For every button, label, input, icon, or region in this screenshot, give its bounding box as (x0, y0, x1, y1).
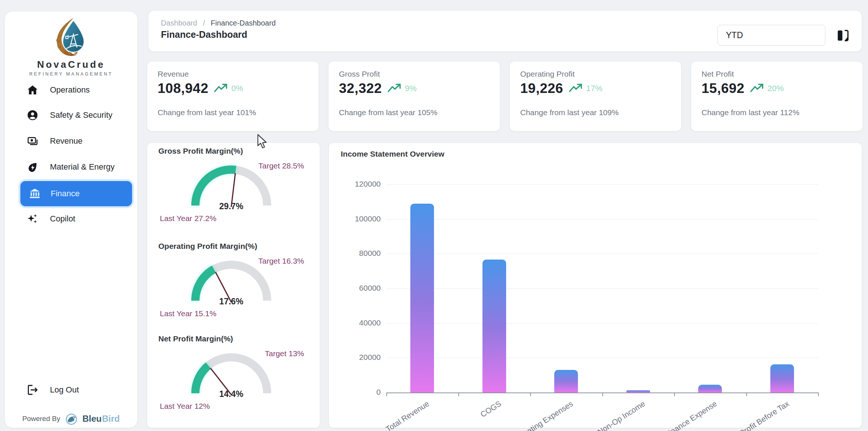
gauge-value: 29.7% (202, 201, 261, 211)
sidebar-item-safety-security[interactable]: Safety & Security (10, 103, 133, 127)
kpi-card-net-profit: Net Profit 15,692 20% Change from last y… (691, 61, 863, 131)
kpi-value: 108,942 (158, 81, 208, 96)
sidebar-item-label: Material & Energy (50, 162, 115, 172)
sidebar-item-label: Safety & Security (50, 110, 112, 120)
gauge-value: 14.4% (202, 389, 261, 399)
gridline (386, 219, 818, 220)
trending-up-icon (750, 83, 764, 94)
bar-total-revenue (410, 204, 434, 392)
brand-logo: NovaCrude REFINERY MANAGEMENT (5, 17, 137, 77)
sparkles-icon (26, 213, 39, 225)
kpi-value: 15,692 (702, 81, 744, 96)
kpi-trend-pct: 17% (586, 84, 602, 93)
user-circle-icon (26, 109, 39, 121)
y-axis-tick-label: 80000 (340, 249, 381, 258)
income-statement-card: Income Statement Overview 02000040000600… (329, 143, 862, 428)
gridline (386, 288, 818, 289)
sidebar-item-label: Copilot (50, 214, 75, 224)
header: Dashboard / Finance-Dashboard Finance-Da… (148, 10, 862, 52)
kpi-trend-pct: 20% (767, 84, 784, 93)
kpi-trend-pct: 0% (231, 84, 243, 93)
period-selector[interactable]: YTD (717, 25, 825, 46)
y-axis-tick-label: 120000 (340, 180, 381, 188)
kpi-value: 32,322 (339, 81, 382, 96)
bank-icon (28, 187, 41, 200)
brand-name: NovaCrude (5, 59, 137, 70)
sidebar-item-label: Operations (50, 85, 90, 95)
trending-up-icon (388, 83, 402, 94)
kpi-change-text: Change from last year 105% (339, 108, 437, 117)
kpi-label: Operating Profit (520, 70, 575, 78)
trending-up-icon (569, 83, 583, 94)
x-axis-tick (458, 392, 459, 396)
income-statement-bar-chart: 020000400006000080000100000120000Total R… (329, 143, 862, 428)
gridline (386, 184, 818, 185)
y-axis-tick-label: 100000 (340, 214, 381, 223)
flip-layout-icon (835, 28, 850, 43)
kpi-change-text: Change from last year 109% (520, 108, 619, 117)
gridline (386, 323, 818, 324)
x-axis-category-label: COGS (479, 399, 503, 419)
kpi-card-gross-profit: Gross Profit 32,322 9% Change from last … (328, 61, 500, 131)
mouse-cursor (257, 134, 268, 150)
sidebar-item-finance[interactable]: Finance (20, 181, 132, 206)
y-axis-tick-label: 20000 (340, 353, 381, 362)
sidebar: NovaCrude REFINERY MANAGEMENT Operations… (4, 11, 138, 428)
gridline (386, 358, 818, 358)
period-selector-value: YTD (726, 30, 743, 40)
x-axis-tick (602, 392, 603, 396)
kpi-value: 19,226 (520, 81, 563, 96)
sidebar-item-label: Revenue (50, 136, 83, 146)
gauge-last-year-label: Last Year 15.1% (160, 309, 216, 318)
trending-up-icon (214, 83, 228, 94)
banknote-icon (26, 135, 39, 147)
brand-tagline: REFINERY MANAGEMENT (5, 71, 137, 77)
logout-button[interactable]: Log Out (10, 378, 133, 402)
powered-by: Powered By Bleu Bird (5, 411, 137, 426)
x-axis-category-label: Net Profit Before Tax (726, 399, 791, 431)
gauge-gross-profit-margin: Gross Profit Margin(%) Target 28.5% 29.7… (147, 147, 320, 240)
x-axis-category-label: Finance Expense (663, 399, 719, 431)
x-axis-tick (746, 392, 747, 396)
sidebar-item-revenue[interactable]: Revenue (10, 129, 133, 153)
gauge-net-profit-margin: Net Profit Margin(%) Target 13% 14.4% La… (147, 334, 320, 428)
kpi-label: Gross Profit (339, 70, 380, 78)
page-title: Finance-Dashboard (161, 29, 247, 40)
bar-non-op-income (626, 390, 650, 392)
x-axis-category-label: Non-Op Income (596, 399, 646, 431)
kpi-card-revenue: Revenue 108,942 0% Change from last year… (147, 61, 319, 131)
powered-brand-part1: Bleu (83, 414, 102, 424)
flip-layout-button[interactable] (835, 28, 851, 43)
kpi-change-text: Change from last year 112% (702, 108, 800, 117)
kpi-trend-pct: 9% (405, 84, 417, 93)
bar-finance-expense (698, 385, 722, 392)
gauge-operating-profit-margin: Operating Profit Margin(%) Target 16.3% … (147, 242, 320, 335)
x-axis-tick (386, 392, 387, 396)
x-axis-category-label: Total Revenue (384, 399, 431, 431)
logout-label: Log Out (50, 385, 79, 395)
gauge-last-year-label: Last Year 27.2% (160, 214, 216, 223)
gauge-value: 17.6% (202, 297, 261, 307)
sidebar-item-label: Finance (51, 189, 80, 198)
bar-operating-expenses (554, 370, 578, 392)
kpi-label: Net Profit (702, 70, 734, 78)
kpi-card-operating-profit: Operating Profit 19,226 17% Change from … (509, 61, 682, 131)
gridline (386, 254, 818, 254)
sidebar-item-copilot[interactable]: Copilot (10, 207, 133, 231)
y-axis-tick-label: 40000 (340, 318, 381, 327)
x-axis-tick (674, 392, 675, 396)
bleubird-logo-icon (64, 411, 79, 426)
x-axis-tick (818, 392, 819, 396)
sidebar-item-material-energy[interactable]: Material & Energy (10, 155, 133, 179)
breadcrumb-current: Finance-Dashboard (211, 19, 276, 27)
novacrude-logo-icon (52, 17, 90, 58)
sidebar-item-operations[interactable]: Operations (10, 78, 133, 102)
kpi-change-text: Change from last year 101% (158, 108, 256, 117)
breadcrumb-root[interactable]: Dashboard (161, 19, 197, 27)
home-icon (26, 84, 39, 96)
powered-by-label: Powered By (22, 415, 60, 423)
x-axis-tick (530, 392, 531, 396)
leaf-energy-icon (26, 161, 39, 173)
bar-cogs (482, 260, 506, 392)
gauge-last-year-label: Last Year 12% (160, 402, 210, 411)
